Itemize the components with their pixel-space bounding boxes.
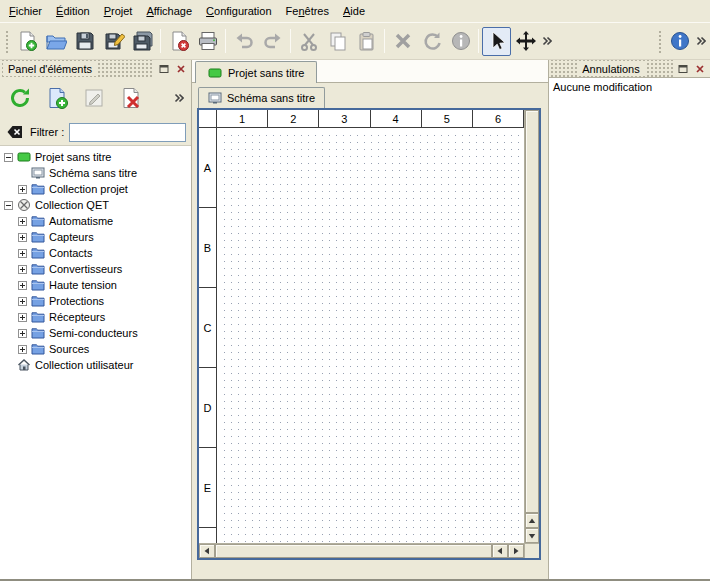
tree-item-protections[interactable]: Protections xyxy=(0,293,191,309)
close-button[interactable] xyxy=(174,62,188,75)
redo-button[interactable] xyxy=(258,27,287,56)
tree-item-haute-tension[interactable]: Haute tension xyxy=(0,277,191,293)
move-tool-button[interactable] xyxy=(511,27,540,56)
reload-collections-button[interactable] xyxy=(5,83,35,113)
move-icon xyxy=(515,30,537,52)
save-as-button[interactable] xyxy=(99,27,128,56)
select-tool-button[interactable] xyxy=(482,27,511,56)
tree-item-semi-conducteurs[interactable]: Semi-conducteurs xyxy=(0,325,191,341)
expand-icon[interactable] xyxy=(18,313,27,322)
close-file-button[interactable] xyxy=(164,27,193,56)
arrow-up-icon xyxy=(528,517,536,525)
expand-icon[interactable] xyxy=(18,185,27,194)
expand-icon[interactable] xyxy=(18,217,27,226)
expand-icon[interactable] xyxy=(18,329,27,338)
close-button[interactable] xyxy=(693,62,707,75)
scroll-up-button[interactable] xyxy=(525,513,539,528)
tree-item-projet-sans-titre[interactable]: Projet sans titre xyxy=(0,149,191,165)
menu-projet[interactable]: Projet xyxy=(97,2,140,20)
expand-icon[interactable] xyxy=(18,281,27,290)
help-overflow-button[interactable] xyxy=(694,28,708,54)
scroll-down-button[interactable] xyxy=(525,528,539,543)
expand-icon[interactable] xyxy=(18,265,27,274)
folder-icon xyxy=(31,182,45,196)
refresh-icon xyxy=(8,86,32,110)
tree-item-sources[interactable]: Sources xyxy=(0,341,191,357)
undo-panel: Annulations Aucune modification xyxy=(548,60,710,579)
collapse-icon[interactable] xyxy=(4,201,13,210)
menu-fenetres[interactable]: Fenêtres xyxy=(279,2,336,20)
cut-button[interactable] xyxy=(294,27,323,56)
vertical-scrollbar-thumb[interactable] xyxy=(525,110,539,513)
about-button[interactable] xyxy=(665,27,694,56)
new-element-button[interactable] xyxy=(42,83,72,113)
tree-item-collection-qet[interactable]: Collection QET xyxy=(0,197,191,213)
tree-item-convertisseurs[interactable]: Convertisseurs xyxy=(0,261,191,277)
float-button[interactable] xyxy=(676,62,690,75)
tools-overflow-button[interactable] xyxy=(540,28,554,54)
folder-open-icon xyxy=(45,30,67,52)
edit-element-button[interactable] xyxy=(79,83,109,113)
tree-item-collection-utilisateur[interactable]: Collection utilisateur xyxy=(0,357,191,373)
collapse-icon[interactable] xyxy=(4,153,13,162)
tree-item-recepteurs[interactable]: Récepteurs xyxy=(0,309,191,325)
elements-panel-buttons xyxy=(154,60,191,77)
panel-overflow-button[interactable] xyxy=(172,83,186,113)
undo-button[interactable] xyxy=(229,27,258,56)
folder-icon xyxy=(31,326,45,340)
elements-panel-titlebar[interactable]: Panel d'éléments xyxy=(0,60,191,77)
float-icon xyxy=(159,64,169,74)
clear-filter-button[interactable] xyxy=(5,123,25,141)
menu-aide[interactable]: Aide xyxy=(336,2,372,20)
new-document-button[interactable] xyxy=(12,27,41,56)
project-tab-label: Projet sans titre xyxy=(228,67,304,79)
menu-configuration[interactable]: Configuration xyxy=(199,2,278,20)
rotate-button[interactable] xyxy=(417,27,446,56)
tab-schema-sans-titre[interactable]: Schéma sans titre xyxy=(198,87,325,108)
expand-icon[interactable] xyxy=(18,345,27,354)
menu-edition[interactable]: Édition xyxy=(49,2,97,20)
workspace: Projet sans titre Schéma sans titre 1234… xyxy=(192,60,548,579)
scroll-left-button-2[interactable] xyxy=(492,544,508,558)
element-info-button[interactable] xyxy=(446,27,475,56)
expand-icon[interactable] xyxy=(18,233,27,242)
tree-item-schema-sans-titre[interactable]: Schéma sans titre xyxy=(0,165,191,181)
filter-input[interactable] xyxy=(69,123,186,142)
menu-fichier[interactable]: Fichier xyxy=(2,2,49,20)
tree-item-capteurs[interactable]: Capteurs xyxy=(0,229,191,245)
cross-icon xyxy=(392,30,414,52)
diagram-canvas[interactable] xyxy=(218,129,524,543)
save-button[interactable] xyxy=(70,27,99,56)
arrow-left-icon xyxy=(496,547,504,555)
scroll-right-button[interactable] xyxy=(508,544,524,558)
help-toolbar-handle[interactable] xyxy=(657,29,661,53)
scroll-left-button[interactable] xyxy=(199,544,215,558)
diagram-view: 123456 ABCDE xyxy=(197,108,541,560)
elements-toolbar xyxy=(0,77,191,119)
horizontal-scrollbar-thumb[interactable] xyxy=(215,544,492,558)
tree-item-contacts[interactable]: Contacts xyxy=(0,245,191,261)
toolbar-handle[interactable] xyxy=(4,29,8,53)
tree-item-automatisme[interactable]: Automatisme xyxy=(0,213,191,229)
qelectrotech-window: FichierÉditionProjetAffichageConfigurati… xyxy=(0,0,710,581)
undo-list[interactable]: Aucune modification xyxy=(549,77,710,579)
copy-button[interactable] xyxy=(323,27,352,56)
print-button[interactable] xyxy=(193,27,222,56)
open-document-button[interactable] xyxy=(41,27,70,56)
float-button[interactable] xyxy=(157,62,171,75)
pointer-icon xyxy=(486,30,508,52)
menu-affichage[interactable]: Affichage xyxy=(139,2,199,20)
tab-projet-sans-titre[interactable]: Projet sans titre xyxy=(195,61,317,83)
paste-button[interactable] xyxy=(352,27,381,56)
column-label-3: 3 xyxy=(319,110,370,127)
horizontal-scrollbar[interactable] xyxy=(199,543,524,558)
tree-item-collection-projet[interactable]: Collection projet xyxy=(0,181,191,197)
save-all-button[interactable] xyxy=(128,27,157,56)
expand-icon[interactable] xyxy=(18,297,27,306)
delete-element-button[interactable] xyxy=(116,83,146,113)
floppy-icon xyxy=(74,30,96,52)
delete-button[interactable] xyxy=(388,27,417,56)
undo-panel-titlebar[interactable]: Annulations xyxy=(549,60,710,77)
vertical-scrollbar[interactable] xyxy=(524,110,539,543)
expand-icon[interactable] xyxy=(18,249,27,258)
